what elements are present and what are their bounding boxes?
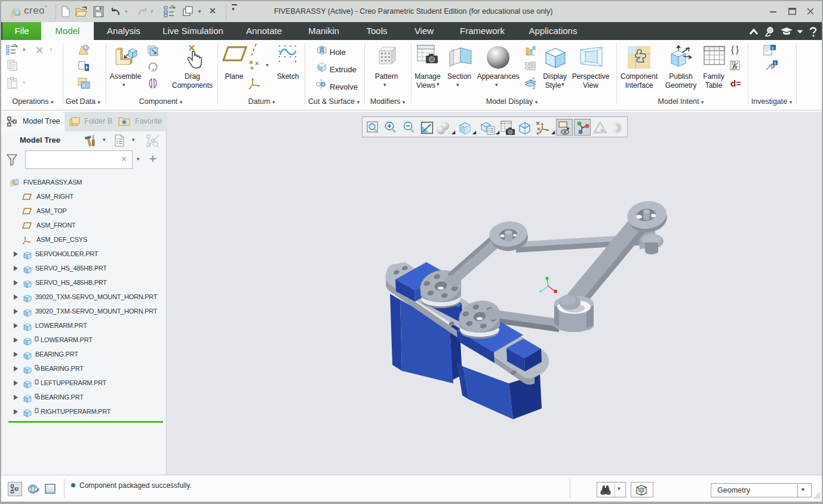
svg-text:2: 2 [533,85,535,90]
svg-text:x: x [530,78,532,82]
svg-text:i: i [775,60,776,66]
svg-text:i: i [772,45,773,51]
